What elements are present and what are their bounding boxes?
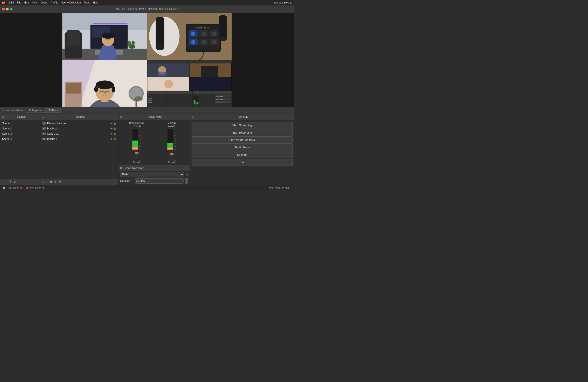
mic-aux-mute-icon[interactable]: 🔊	[172, 160, 176, 163]
svg-point-55	[94, 86, 98, 92]
audio-channels: Desktop Audio -5.4 dB 0 -5 -1	[119, 120, 190, 165]
rec-time: 00:00:00	[35, 187, 44, 190]
svg-rect-67	[147, 60, 231, 63]
desktop-audio-fader[interactable]	[134, 151, 140, 159]
scenes-header-label: Scenes	[17, 115, 25, 118]
sources-settings-button[interactable]: ⚙	[49, 180, 53, 184]
close-button[interactable]	[2, 8, 5, 10]
lock-icon-macbook[interactable]: 🔒	[113, 127, 116, 130]
settings-button[interactable]: Settings	[191, 151, 293, 158]
scenes-up-button[interactable]: ∧	[9, 180, 12, 184]
lock-icon-sonyzv1[interactable]: 🔒	[113, 133, 116, 135]
preview-cell-topleft[interactable]	[63, 13, 147, 60]
source-item-sonyzv1[interactable]: Sony ZV1 👁 🔒	[40, 131, 118, 136]
source-display-actions: 👁 🔒	[110, 122, 116, 125]
exit-button[interactable]: Exit	[191, 159, 293, 166]
filters-icon: ⚗	[48, 109, 50, 112]
svg-text:Scene 2: Scene 2	[148, 97, 152, 99]
controls-buttons: Start Streaming Start Recording Start Vi…	[190, 120, 294, 185]
preview-cell-topright[interactable]: ● STREAM DECK	[147, 13, 231, 60]
eye-icon-macbook[interactable]: 👁	[110, 127, 113, 130]
duration-down-button[interactable]: ▼	[185, 181, 188, 184]
menu-edit[interactable]: Edit	[24, 1, 29, 4]
start-streaming-button[interactable]: Start Streaming	[191, 122, 293, 129]
audio-mixer-label: Audio Mixer	[148, 115, 162, 118]
source-item-display[interactable]: Display Capture 👁 🔒	[40, 121, 118, 126]
maximize-button[interactable]	[10, 8, 13, 10]
properties-tab[interactable]: ⚙ Properties	[26, 108, 45, 113]
duration-input[interactable]	[135, 178, 184, 184]
source-tabs: ⚙ Properties ⚗ Filters	[26, 108, 61, 113]
eye-icon-iphone11[interactable]: 👁	[110, 138, 113, 140]
menu-file[interactable]: File	[17, 1, 21, 4]
status-rec: REC: 00:00:00	[26, 187, 44, 190]
sources-remove-button[interactable]: -	[46, 180, 48, 184]
desktop-audio-meter	[132, 128, 138, 150]
scenes-remove-button[interactable]: -	[6, 180, 8, 184]
svg-rect-47	[219, 17, 227, 39]
preview-cell-bottomright[interactable]: Scenes Sources Audio Mixer Controls Scen…	[147, 60, 231, 107]
menu-tools[interactable]: Tools	[84, 1, 90, 4]
source-item-iphone11[interactable]: Iphone 11 👁 🔒	[40, 136, 118, 142]
minimize-button[interactable]	[6, 8, 9, 10]
mic-aux-settings-icon[interactable]: ⚙	[168, 160, 171, 163]
svg-rect-44	[156, 19, 164, 48]
svg-text:Audio Mixer: Audio Mixer	[193, 92, 201, 94]
scenes-expand-icon[interactable]: ⊞	[2, 115, 4, 118]
lock-icon-display[interactable]: 🔒	[113, 122, 116, 125]
menu-docks[interactable]: Docks	[41, 1, 48, 4]
controls-header-label: Controls	[238, 115, 248, 118]
duration-up-button[interactable]: ▲	[185, 178, 188, 181]
scene-item-4[interactable]: Scene 4	[0, 136, 40, 142]
eye-icon-sonyzv1[interactable]: 👁	[110, 133, 113, 135]
svg-rect-76	[189, 77, 231, 91]
scenes-add-button[interactable]: +	[2, 180, 4, 184]
macbook-icon	[42, 127, 46, 130]
sources-down-button[interactable]: ∨	[59, 180, 62, 184]
sources-add-button[interactable]: +	[42, 180, 44, 184]
scene-item-1[interactable]: Scene	[0, 121, 40, 126]
source-item-macbook[interactable]: Macbook 👁 🔒	[40, 126, 118, 131]
scene-item-2[interactable]: Scene 2	[0, 126, 40, 131]
sources-expand-icon[interactable]: ⊞	[42, 115, 44, 118]
transitions-expand-icon[interactable]: ⊞	[120, 167, 123, 170]
controls-expand-icon[interactable]: ⊞	[192, 115, 194, 118]
mic-aux-db: 0.0 dB	[168, 125, 175, 128]
transition-settings-icon[interactable]: ⚙	[186, 173, 188, 176]
menu-view[interactable]: View	[32, 1, 37, 4]
studio-mode-button[interactable]: Studio Mode	[191, 144, 293, 151]
filters-tab[interactable]: ⚗ Filters	[45, 108, 61, 113]
menubar: 🍎 OBS File Edit View Docks Profile Scene…	[0, 0, 294, 5]
svg-rect-73	[201, 66, 218, 77]
source-iphone11-actions: 👁 🔒	[110, 138, 116, 140]
scene-transitions-header: ⊞ Scene Transitions	[119, 165, 190, 171]
transition-type-select[interactable]: Fade Cut Swipe Slide	[120, 172, 184, 177]
sources-up-button[interactable]: ∧	[54, 180, 57, 184]
scenes-panel-header: ⊞ Scenes	[0, 114, 40, 120]
svg-rect-69	[147, 63, 189, 77]
apple-menu[interactable]: 🍎	[2, 1, 5, 4]
start-virtual-camera-button[interactable]: Start Virtual Camera	[191, 136, 293, 144]
audio-mixer-expand-icon[interactable]: ⊞	[120, 115, 123, 118]
start-recording-button[interactable]: Start Recording	[191, 129, 293, 136]
menu-scene-collection[interactable]: Scene Collection	[61, 1, 81, 4]
eye-icon-display[interactable]: 👁	[110, 122, 113, 125]
svg-rect-62	[135, 101, 137, 107]
preview-cell-bottomleft[interactable]	[63, 60, 147, 107]
window-title: OBS 27.2.4 (mac) - Profile: Untitled - S…	[116, 8, 178, 11]
display-capture-icon	[42, 122, 46, 125]
scenes-down-button[interactable]: ∨	[13, 180, 16, 184]
desktop-audio-mute-icon[interactable]: 🔊	[137, 160, 141, 163]
audio-mixer-panel: ⊞ Audio Mixer Desktop Audio -5.4 dB	[119, 114, 190, 185]
lock-icon-iphone11[interactable]: 🔒	[113, 138, 116, 140]
mic-aux-fader[interactable]	[169, 151, 175, 159]
menu-profile[interactable]: Profile	[51, 1, 58, 4]
desktop-audio-settings-icon[interactable]: ⚙	[133, 160, 136, 163]
svg-text:Sources: Sources	[168, 92, 172, 94]
preview-area: ● STREAM DECK	[0, 13, 294, 107]
menu-help[interactable]: Help	[93, 1, 99, 4]
scene-item-3[interactable]: Scene 3	[0, 131, 40, 136]
menu-obs[interactable]: OBS	[8, 1, 14, 4]
source-display-label: Display Capture	[47, 122, 109, 125]
audio-mixer-main: Desktop Audio -5.4 dB 0 -5 -1	[119, 120, 190, 165]
